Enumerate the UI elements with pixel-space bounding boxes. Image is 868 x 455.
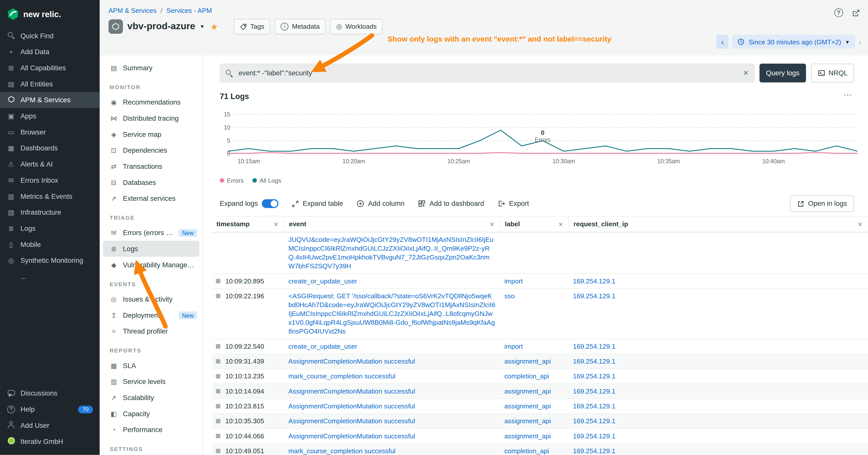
- event-link[interactable]: AssignmentCompletionMutation successful: [288, 387, 415, 395]
- row-select-icon[interactable]: [216, 294, 220, 298]
- sidebar-item-apm-services[interactable]: APM & Services: [0, 92, 99, 108]
- label-link[interactable]: assignment_api: [504, 417, 551, 425]
- subnav-item-thread-profiler[interactable]: ≈Thread profiler: [99, 323, 203, 339]
- logs-chart[interactable]: 05101510:15am10:20am10:25am10:30am10:35a…: [214, 108, 863, 173]
- table-row[interactable]: 10:09:22.540create_or_update_userimport1…: [212, 339, 868, 354]
- legend-item-errors[interactable]: Errors: [220, 177, 244, 184]
- subnav-item-vulnerability-management[interactable]: ◆Vulnerability Management: [99, 257, 203, 273]
- open-in-logs-button[interactable]: Open in logs: [790, 195, 854, 212]
- subnav-item-distributed-tracing[interactable]: ⋈Distributed tracing: [99, 110, 203, 126]
- subnav-item-external-services[interactable]: ↗External services: [99, 191, 203, 206]
- subnav-item-summary[interactable]: ▤Summary: [99, 60, 203, 76]
- column-header-request-client-ip[interactable]: request_client_ip ×: [568, 217, 868, 232]
- ip-link[interactable]: 169.254.129.1: [573, 372, 616, 380]
- subnav-item-sla[interactable]: ▦SLA: [99, 358, 203, 373]
- remove-column-icon[interactable]: ×: [558, 220, 563, 228]
- sidebar-item-errors-inbox[interactable]: ✉Errors Inbox: [0, 172, 99, 188]
- column-header-label[interactable]: label ×: [500, 217, 568, 232]
- ip-link[interactable]: 169.254.129.1: [573, 417, 616, 425]
- subnav-item-issues-activity[interactable]: ◎Issues & activity: [99, 291, 203, 307]
- ip-link[interactable]: 169.254.129.1: [573, 387, 616, 395]
- ip-link[interactable]: 169.254.129.1: [573, 402, 616, 410]
- sidebar-item-add-data[interactable]: +Add Data: [0, 44, 99, 60]
- row-select-icon[interactable]: [216, 374, 220, 379]
- ip-link[interactable]: 169.254.129.1: [573, 447, 616, 455]
- row-select-icon[interactable]: [216, 434, 220, 438]
- time-back-button[interactable]: ‹: [716, 35, 728, 48]
- sidebar-footer-item-iterativ-gmbh[interactable]: Iterativ GmbH: [0, 433, 99, 450]
- row-select-icon[interactable]: [216, 344, 220, 349]
- subnav-item-logs[interactable]: ≣Logs: [103, 240, 199, 257]
- expand-table-button[interactable]: Expand table: [291, 200, 343, 207]
- subnav-item-service-map[interactable]: ◈Service map: [99, 126, 203, 142]
- label-link[interactable]: import: [504, 277, 523, 285]
- table-row[interactable]: 10:10:35.305AssignmentCompletionMutation…: [212, 414, 868, 429]
- table-row[interactable]: 10:10:49.051mark_course_completion succe…: [212, 444, 868, 455]
- sidebar-item-dashboards[interactable]: ▦Dashboards: [0, 140, 99, 156]
- log-query-input[interactable]: [238, 68, 738, 77]
- help-circle-icon[interactable]: ?: [834, 8, 843, 17]
- ip-link[interactable]: 169.254.129.1: [573, 292, 616, 300]
- table-row[interactable]: JUQVU&code=eyJraWQiOiJjcGtY29yZV8wOTI1Mj…: [212, 232, 868, 274]
- sidebar-item-more[interactable]: ...: [0, 268, 99, 285]
- add-column-button[interactable]: Add column: [356, 200, 404, 207]
- label-link[interactable]: completion_api: [504, 372, 549, 380]
- subnav-item-capacity[interactable]: ◧Capacity: [99, 405, 203, 422]
- log-query-box[interactable]: ×: [220, 64, 754, 83]
- table-row[interactable]: 10:10:23.815AssignmentCompletionMutation…: [212, 399, 868, 414]
- subnav-item-errors-errors-inb[interactable]: ✉Errors (errors inb...New: [99, 225, 203, 241]
- column-header-event[interactable]: event ×: [284, 217, 500, 232]
- subnav-item-deployments[interactable]: ↥DeploymentsNew: [99, 307, 203, 323]
- remove-column-icon[interactable]: ×: [274, 220, 279, 228]
- event-link[interactable]: create_or_update_user: [288, 343, 357, 351]
- sidebar-footer-item-discussions[interactable]: Discussions: [0, 385, 99, 401]
- label-link[interactable]: assignment_api: [504, 358, 551, 365]
- time-picker[interactable]: Since 30 minutes ago (GMT+2) ▼: [732, 35, 856, 48]
- remove-column-icon[interactable]: ×: [858, 220, 863, 228]
- label-link[interactable]: assignment_api: [504, 432, 551, 440]
- nrql-button[interactable]: NRQL: [811, 64, 854, 83]
- event-link[interactable]: create_or_update_user: [288, 277, 357, 285]
- workloads-button[interactable]: ◎Workloads: [330, 19, 383, 34]
- legend-item-all-logs[interactable]: All Logs: [252, 177, 281, 184]
- subnav-item-scalability[interactable]: ↗Scalability: [99, 390, 203, 405]
- entity-dropdown-caret-icon[interactable]: ▼: [199, 24, 205, 29]
- subnav-item-recommendations[interactable]: ◉Recommendations: [99, 94, 203, 110]
- sidebar-item-all-capabilities[interactable]: ⊞All Capabilities: [0, 60, 99, 76]
- table-row[interactable]: 10:10:14.094AssignmentCompletionMutation…: [212, 384, 868, 399]
- label-link[interactable]: import: [504, 343, 523, 351]
- label-link[interactable]: assignment_api: [504, 387, 551, 395]
- breadcrumb-apm-services[interactable]: APM & Services: [108, 6, 156, 14]
- event-link[interactable]: mark_course_completion successful: [288, 447, 396, 455]
- export-button[interactable]: Export: [497, 200, 529, 207]
- sidebar-item-quick-find[interactable]: Quick Find: [0, 28, 99, 44]
- subnav-item-performance[interactable]: ◔Performance: [99, 422, 203, 438]
- row-select-icon[interactable]: [216, 359, 220, 363]
- column-header-timestamp[interactable]: timestamp ×: [212, 217, 284, 232]
- event-link[interactable]: mark_course_completion successful: [288, 372, 396, 380]
- event-link[interactable]: AssignmentCompletionMutation successful: [288, 432, 415, 440]
- table-row[interactable]: 10:09:20.895create_or_update_userimport1…: [212, 274, 868, 289]
- event-link[interactable]: AssignmentCompletionMutation successful: [288, 358, 415, 365]
- sidebar-item-mobile[interactable]: ▯Mobile: [0, 236, 99, 253]
- sidebar-item-metrics-events[interactable]: ▥Metrics & Events: [0, 188, 99, 204]
- sidebar-item-infrastructure[interactable]: ▧Infrastructure: [0, 204, 99, 220]
- subnav-item-transactions[interactable]: ⇄Transactions: [99, 158, 203, 174]
- sidebar-footer-item-help[interactable]: ?Help70: [0, 401, 99, 417]
- ip-link[interactable]: 169.254.129.1: [573, 358, 616, 365]
- table-row[interactable]: 10:09:31.439AssignmentCompletionMutation…: [212, 354, 868, 369]
- sidebar-item-logs[interactable]: ≣Logs: [0, 220, 99, 236]
- event-link[interactable]: <ASGIRequest: GET '/sso/callback/?state=…: [288, 292, 495, 335]
- time-forward-button[interactable]: ›: [859, 37, 861, 46]
- table-row[interactable]: 10:10:13.235mark_course_completion succe…: [212, 369, 868, 384]
- favorite-star-icon[interactable]: ★: [210, 22, 218, 32]
- ip-link[interactable]: 169.254.129.1: [573, 343, 616, 351]
- sidebar-item-synthetic-monitoring[interactable]: ◎Synthetic Monitoring: [0, 253, 99, 268]
- tags-button[interactable]: Tags: [234, 19, 271, 34]
- ip-link[interactable]: 169.254.129.1: [573, 432, 616, 440]
- event-link[interactable]: AssignmentCompletionMutation successful: [288, 402, 415, 410]
- remove-column-icon[interactable]: ×: [490, 220, 494, 228]
- new-relic-logo[interactable]: new relic.: [0, 0, 99, 28]
- row-select-icon[interactable]: [216, 449, 220, 453]
- more-options-icon[interactable]: ⋯: [843, 90, 852, 100]
